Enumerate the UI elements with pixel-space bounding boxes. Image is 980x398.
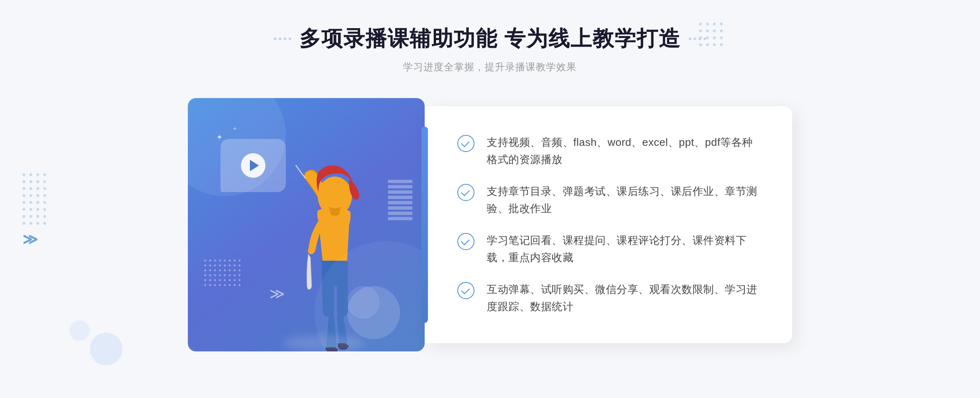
page-dot [36,208,39,211]
illus-dot [224,269,226,271]
illus-dot [219,274,221,276]
features-card: 支持视频、音频、flash、word、excel、ppt、pdf等各种格式的资源… [425,106,792,343]
page-dot [43,201,46,204]
illus-dot [214,284,216,286]
feature-text-1: 支持视频、音频、flash、word、excel、ppt、pdf等各种格式的资源… [487,134,760,168]
dot-6 [694,38,696,40]
feature-item-1: 支持视频、音频、flash、word、excel、ppt、pdf等各种格式的资源… [457,134,760,168]
check-mark-4 [461,286,470,294]
title-row: 多项录播课辅助功能 专为线上教学打造 [274,25,706,53]
illus-dot [214,274,216,276]
blue-sidebar [421,127,428,323]
illus-dot [238,284,241,286]
page-dot [29,173,32,176]
page-dot [43,208,46,211]
feature-text-4: 互动弹幕、试听购买、微信分享、观看次数限制、学习进度跟踪、数据统计 [487,281,760,315]
page-dot [29,201,32,204]
page-dot [713,43,716,46]
page-dot [22,194,25,197]
page-dot [36,173,39,176]
illus-dot [234,264,236,266]
illus-dot [209,269,211,271]
illus-dot [229,284,231,286]
illus-dot [229,259,231,262]
feature-text-2: 支持章节目录、弹题考试、课后练习、课后作业、章节测验、批改作业 [487,183,760,217]
circle-decoration-1 [347,286,400,339]
check-mark-1 [461,139,470,147]
check-mark-3 [461,237,470,245]
page-dot [713,29,716,32]
illus-dot [204,274,206,276]
illus-dot [204,269,206,271]
illus-dot [229,264,231,266]
page-subtitle: 学习进度全掌握，提升录播课教学效果 [274,60,706,74]
ground-glow [283,335,364,351]
illus-dot [209,264,211,266]
illus-dot [209,279,211,281]
page-dot [22,187,25,190]
page-dot [22,208,25,211]
page-dot [720,22,723,25]
sparkle-deco-2: ✦ [233,126,237,132]
illus-dot [238,274,241,276]
page-dot [43,215,46,218]
page-dot [720,36,723,39]
illus-dot [238,279,241,281]
illus-dot [209,259,211,262]
illus-dot [224,284,226,286]
feature-item-2: 支持章节目录、弹题考试、课后练习、课后作业、章节测验、批改作业 [457,183,760,217]
page-dot [22,173,25,176]
left-circle-large [90,333,122,365]
page-dot [706,36,709,39]
illus-dot [224,259,226,262]
illus-dot [219,269,221,271]
page-dot [36,201,39,204]
page-dot [713,36,716,39]
title-decorator-right [689,38,706,40]
illus-dot [238,269,241,271]
page-dot [43,187,46,190]
check-icon-3 [457,233,474,250]
play-triangle [250,160,259,171]
illus-dot [224,274,226,276]
illus-dot [238,259,241,262]
page-dot [29,187,32,190]
page-dot [36,194,39,197]
feature-item-3: 学习笔记回看、课程提问、课程评论打分、课件资料下载，重点内容收藏 [457,232,760,266]
illus-dot [224,264,226,266]
left-circle-small [69,320,90,341]
circle-decoration-2 [347,286,380,319]
illus-dot [214,269,216,271]
check-mark-2 [461,188,470,196]
dot-8 [704,38,706,40]
header-section: 多项录播课辅助功能 专为线上教学打造 学习进度全掌握，提升录播课教学效果 [274,25,706,74]
illus-dot [229,279,231,281]
illus-dot [219,279,221,281]
page-dot [706,43,709,46]
illus-dot [234,284,236,286]
illus-dot [214,279,216,281]
dot-2 [279,38,281,40]
illus-dot [229,274,231,276]
page-dot [22,215,25,218]
page-dot [706,22,709,25]
page-dot-pattern-left [22,173,46,225]
page-dot [29,180,32,183]
page-dot [43,222,46,225]
dot-1 [274,38,276,40]
play-icon-circle [241,153,265,178]
illus-dot [204,279,206,281]
page-dot [29,194,32,197]
illus-dot [214,259,216,262]
illus-dot [214,264,216,266]
page-dot [22,201,25,204]
illus-dot [234,279,236,281]
illus-dot [219,264,221,266]
page-dot [43,173,46,176]
feature-item-4: 互动弹幕、试听购买、微信分享、观看次数限制、学习进度跟踪、数据统计 [457,281,760,315]
page-dot [22,180,25,183]
dot-5 [689,38,691,40]
title-decorator-left [274,38,291,40]
illus-dot [234,269,236,271]
page-dot [29,215,32,218]
